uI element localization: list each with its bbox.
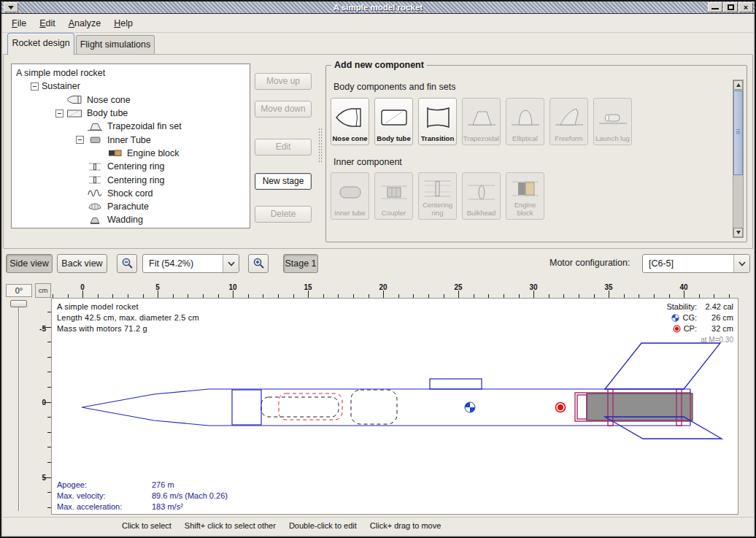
add-inner-tube-button[interactable]: Inner tube <box>331 172 369 220</box>
inner-component-label: Inner component <box>333 157 402 167</box>
collapse-icon[interactable] <box>55 109 63 118</box>
zoom-out-button[interactable] <box>117 254 137 273</box>
ruler-unit: cm <box>35 283 51 298</box>
apogee-value: 276 m <box>152 480 174 491</box>
rocket-canvas[interactable]: A simple model rocket Length 42.5 cm, ma… <box>51 298 738 515</box>
minimize-button[interactable] <box>708 2 722 12</box>
add-trapezoidal-fin-button[interactable]: Trapezoidal <box>462 98 501 145</box>
scrollbar-thumb[interactable] <box>733 91 743 175</box>
tree-item-wadding[interactable]: Wadding <box>12 213 250 226</box>
scroll-down-button[interactable] <box>733 228 743 237</box>
centering-ring-icon <box>87 162 103 172</box>
component-tree[interactable]: A simple model rocket Sustainer Nose con… <box>11 64 250 228</box>
inner-tube-icon <box>334 181 366 203</box>
hint-double-click: Double-click to edit <box>289 521 357 530</box>
motor-configuration-select[interactable]: [C6-5] <box>642 254 750 273</box>
stage-1-toggle[interactable]: Stage 1 <box>283 254 318 273</box>
arrow-down-icon <box>736 231 741 234</box>
collapse-icon[interactable] <box>31 82 39 91</box>
add-body-tube-button[interactable]: Body tube <box>374 98 413 145</box>
tree-item-inner-tube[interactable]: Inner Tube <box>12 133 250 146</box>
tree-root[interactable]: A simple model rocket <box>12 66 250 80</box>
add-transition-button[interactable]: Transition <box>418 98 457 145</box>
rocket-name: A simple model rocket <box>57 301 199 312</box>
scroll-up-button[interactable] <box>733 80 743 90</box>
shock-cord-icon <box>87 188 103 198</box>
split-drag-handle[interactable] <box>318 128 323 163</box>
move-up-button[interactable]: Move up <box>255 73 312 90</box>
add-engine-block-button[interactable]: Engine block <box>506 172 544 220</box>
body-tube-icon <box>66 109 82 118</box>
app-window: A simple model rocket × File Edit Analyz… <box>0 0 756 538</box>
add-bulkhead-button[interactable]: Bulkhead <box>462 172 501 220</box>
rotation-slider-track[interactable] <box>18 301 20 511</box>
window-title: A simple model rocket <box>1 3 755 12</box>
zoom-in-button[interactable] <box>248 254 269 273</box>
rotation-slider-handle[interactable] <box>10 300 27 307</box>
acceleration-value: 183 m/s² <box>152 502 183 512</box>
tree-item-engine-block[interactable]: Engine block <box>12 147 250 160</box>
add-centering-ring-button[interactable]: Centering ring <box>418 172 457 220</box>
tree-item-body-tube[interactable]: Body tube <box>12 107 250 120</box>
back-view-toggle[interactable]: Back view <box>57 254 107 273</box>
edit-button[interactable]: Edit <box>255 139 312 155</box>
component-panel-scrollbar[interactable] <box>733 80 744 238</box>
status-bar: Click to select Shift+ click to select o… <box>3 517 753 533</box>
maximize-button[interactable] <box>723 2 738 12</box>
collapse-icon[interactable] <box>76 136 84 144</box>
parachute-icon <box>87 202 103 212</box>
tree-item-centering-ring-2[interactable]: Centering ring <box>12 173 250 186</box>
delete-button[interactable]: Delete <box>255 206 312 223</box>
zoom-out-icon <box>121 257 134 269</box>
body-components-label: Body components and fin sets <box>333 82 455 92</box>
add-elliptical-fin-button[interactable]: Elliptical <box>506 98 544 145</box>
rocket-design-panel: A simple model rocket Sustainer Nose con… <box>3 54 753 249</box>
move-down-button[interactable]: Move down <box>255 101 312 118</box>
add-freeform-fin-button[interactable]: Freeform <box>549 98 588 145</box>
cg-value: 26 cm <box>700 312 733 323</box>
tree-item-sustainer[interactable]: Sustainer <box>12 80 250 93</box>
add-nose-cone-button[interactable]: Nose cone <box>331 98 369 145</box>
tree-item-fin-set[interactable]: Trapezoidal fin set <box>12 120 250 133</box>
menu-file[interactable]: File <box>6 15 32 31</box>
tree-item-centering-ring-1[interactable]: Centering ring <box>12 160 250 173</box>
tab-flight-simulations[interactable]: Flight simulations <box>76 35 155 55</box>
chevron-down-icon <box>738 261 746 266</box>
add-launch-lug-button[interactable]: Launch lug <box>593 98 632 145</box>
menu-edit[interactable]: Edit <box>34 15 61 31</box>
cg-marker <box>465 402 475 412</box>
new-stage-button[interactable]: New stage <box>255 173 312 190</box>
zoom-level-select[interactable]: Fit (54.2%) <box>142 254 239 273</box>
centering-ring-icon <box>87 175 103 185</box>
chevron-down-icon <box>228 261 235 266</box>
engine-block-icon <box>509 177 541 199</box>
rocket-dimensions: Length 42.5 cm, max. diameter 2.5 cm <box>57 312 199 323</box>
hint-click-select: Click to select <box>122 521 171 530</box>
tree-item-launch-lug[interactable]: Launch lug <box>12 227 250 228</box>
tree-item-nose-cone[interactable]: Nose cone <box>12 93 250 107</box>
trapezoidal-fin-icon <box>87 122 103 131</box>
close-button[interactable]: × <box>738 2 753 12</box>
menu-analyze[interactable]: Analyze <box>63 15 107 31</box>
rotation-value: 0° <box>6 284 32 297</box>
vertical-ruler: -5 0 5 <box>35 298 51 515</box>
transition-icon <box>422 106 454 129</box>
stability-block: Stability:2.42 cal CG:26 cm CP:32 cm at … <box>666 301 733 345</box>
motor-configuration-label: Motor configuration: <box>549 258 630 268</box>
cp-marker <box>556 403 566 412</box>
tree-item-parachute[interactable]: Parachute <box>12 200 250 213</box>
add-coupler-button[interactable]: Coupler <box>374 172 413 220</box>
launch-lug-icon <box>597 106 629 129</box>
side-view-toggle[interactable]: Side view <box>6 254 53 273</box>
elliptical-fin-icon <box>509 106 541 129</box>
zoom-in-icon <box>252 257 265 269</box>
hint-shift-click: Shift+ click to select other <box>185 521 276 530</box>
tree-item-shock-cord[interactable]: Shock cord <box>12 187 250 200</box>
engine-block-icon <box>107 148 123 158</box>
title-bar: A simple model rocket × <box>1 1 755 14</box>
centering-ring-icon <box>422 177 454 199</box>
horizontal-ruler: 0 5 10 15 20 25 30 35 40 <box>51 283 738 298</box>
hint-click-drag: Click+ drag to move <box>370 521 441 530</box>
menu-help[interactable]: Help <box>108 15 139 31</box>
tab-rocket-design[interactable]: Rocket design <box>7 33 74 55</box>
